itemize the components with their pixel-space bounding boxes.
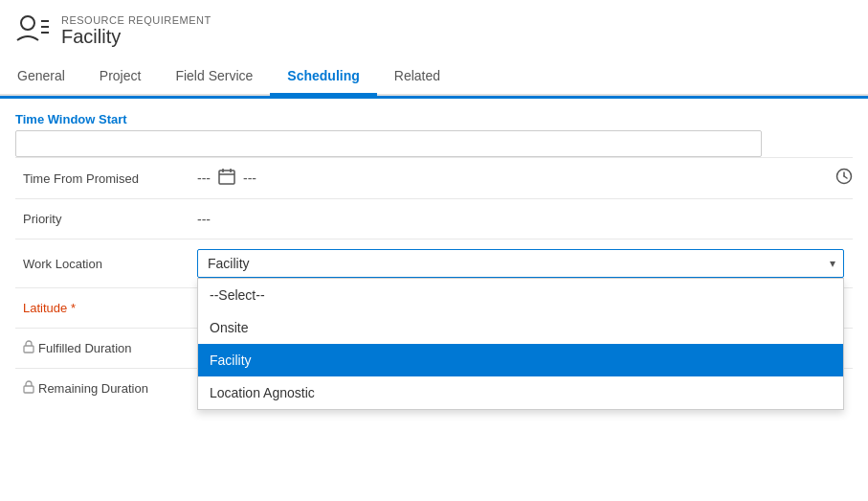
label-time-from-promised: Time From Promised <box>15 171 197 186</box>
time-from-promised-value2: --- <box>243 171 256 186</box>
lock-icon-remaining <box>23 380 34 397</box>
work-location-selected-value: Facility <box>208 256 250 271</box>
label-latitude: Latitude <box>15 301 197 315</box>
time-from-promised-value1: --- <box>197 171 211 186</box>
value-work-location: Facility ▾ --Select-- Onsite Facility Lo… <box>197 249 853 278</box>
header-subtitle: RESOURCE REQUIREMENT <box>61 14 211 26</box>
svg-line-10 <box>844 176 847 178</box>
chevron-down-icon: ▾ <box>830 257 835 270</box>
label-remaining-duration: Remaining Duration <box>15 380 197 397</box>
label-fulfilled-duration: Fulfilled Duration <box>15 340 197 356</box>
form-row-priority: Priority --- <box>15 198 853 239</box>
section-label-time-window: Time Window Start <box>15 99 853 130</box>
tab-scheduling[interactable]: Scheduling <box>270 58 376 96</box>
nav-tabs: General Project Field Service Scheduling… <box>0 58 868 96</box>
svg-rect-11 <box>24 346 33 353</box>
page-header: RESOURCE REQUIREMENT Facility <box>0 0 868 58</box>
tab-related[interactable]: Related <box>377 58 457 96</box>
work-location-select[interactable]: Facility ▾ <box>197 249 844 278</box>
label-work-location: Work Location <box>15 257 197 271</box>
dropdown-option-select[interactable]: --Select-- <box>198 279 843 311</box>
dropdown-option-location-agnostic[interactable]: Location Agnostic <box>198 376 843 409</box>
header-title: Facility <box>61 26 211 48</box>
work-location-dropdown-wrapper: Facility ▾ --Select-- Onsite Facility Lo… <box>197 249 844 278</box>
header-text: RESOURCE REQUIREMENT Facility <box>61 14 211 48</box>
resource-requirement-icon <box>15 11 50 51</box>
time-window-start-input[interactable] <box>15 130 762 157</box>
priority-value: --- <box>197 212 211 227</box>
lock-icon-fulfilled <box>23 340 34 356</box>
dropdown-option-onsite[interactable]: Onsite <box>198 311 843 344</box>
form-row-time-from-promised: Time From Promised --- --- <box>15 157 853 198</box>
label-priority: Priority <box>15 212 197 226</box>
dropdown-option-facility[interactable]: Facility <box>198 344 843 376</box>
svg-rect-4 <box>219 171 234 184</box>
value-time-from-promised: --- --- <box>197 168 853 189</box>
form-row-work-location: Work Location Facility ▾ --Select-- Onsi… <box>15 239 853 287</box>
tab-field-service[interactable]: Field Service <box>158 58 270 96</box>
tab-general[interactable]: General <box>0 58 82 96</box>
svg-point-0 <box>21 16 34 30</box>
content-area: Time Window Start Time From Promised ---… <box>0 99 868 501</box>
calendar-icon[interactable] <box>218 168 235 189</box>
work-location-dropdown-list: --Select-- Onsite Facility Location Agno… <box>197 278 844 410</box>
value-priority: --- <box>197 212 853 227</box>
clock-icon[interactable] <box>835 168 853 189</box>
svg-rect-12 <box>24 386 33 393</box>
tab-project[interactable]: Project <box>82 58 159 96</box>
